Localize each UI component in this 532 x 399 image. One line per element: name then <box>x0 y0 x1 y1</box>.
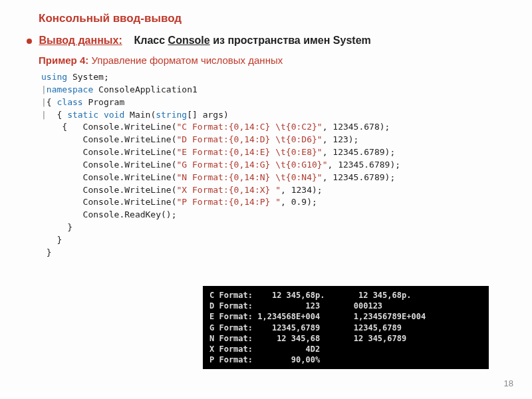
output-label: Вывод данных: <box>39 35 122 46</box>
page-number: 18 <box>504 378 513 388</box>
subtitle-line: Вывод данных: Класс Console из пространс… <box>27 35 505 47</box>
console-output: C Format: 12 345,68р. 12 345,68р. D Form… <box>203 286 489 369</box>
example-label: Пример 4: <box>39 55 88 66</box>
code-block: using System; |namespace ConsoleApplicat… <box>41 71 505 259</box>
class-name: Console <box>168 35 210 46</box>
example-line: Пример 4: Управление форматом числовых д… <box>39 55 505 66</box>
slide-title: Консольный ввод-вывод <box>39 12 505 25</box>
bullet-icon <box>27 39 32 44</box>
example-desc: Управление форматом числовых данных <box>91 55 283 66</box>
namespace-text: из пространства имен System <box>213 35 371 46</box>
class-prefix: Класс <box>134 35 166 46</box>
